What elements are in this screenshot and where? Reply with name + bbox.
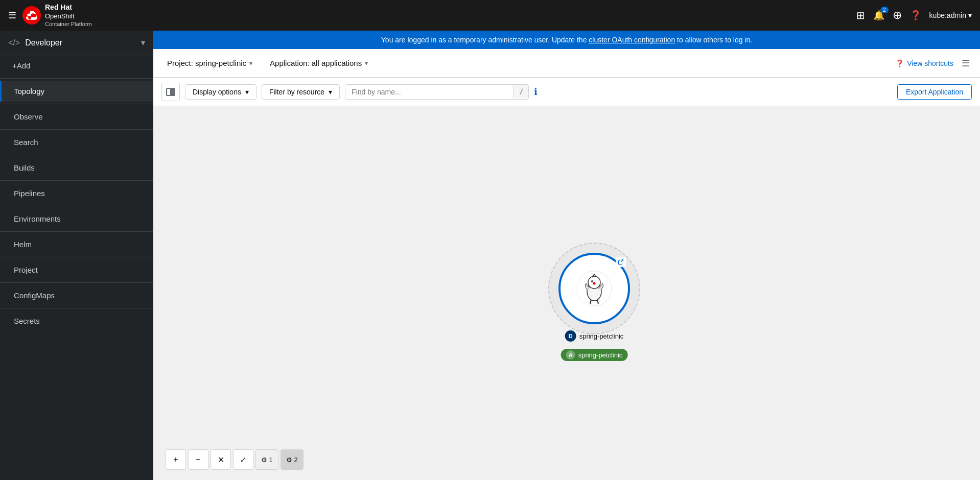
external-link-icon[interactable]: [616, 257, 626, 267]
topology-book-icon-button[interactable]: [161, 83, 180, 101]
app-group: D spring-petclinic A spring-petclinic: [548, 243, 640, 334]
topology-canvas[interactable]: D spring-petclinic A spring-petclinic +: [153, 106, 980, 480]
perspective-dropdown-arrow: ▾: [141, 38, 145, 47]
application-dropdown-arrow: ▾: [365, 60, 368, 67]
sidebar-divider-4: [0, 155, 153, 155]
deployment-badge: D: [565, 330, 576, 342]
sidebar-divider-2: [0, 104, 153, 104]
user-menu[interactable]: kube:admin ▾: [929, 11, 972, 19]
sidebar-item-secrets[interactable]: Secrets: [0, 310, 153, 331]
fit-icon: ⤢: [240, 455, 246, 464]
sidebar-item-pipelines[interactable]: Pipelines: [0, 183, 153, 204]
grid-icon[interactable]: ⊞: [856, 9, 865, 21]
display-options-label: Display options: [193, 88, 241, 96]
zoom-out-button[interactable]: −: [188, 449, 208, 470]
node-outer-ring: [558, 253, 630, 324]
sidebar-item-helm[interactable]: Helm: [0, 234, 153, 255]
application-selector[interactable]: Application: all applications ▾: [264, 55, 374, 71]
reset-button[interactable]: ✕: [211, 449, 231, 470]
help-icon[interactable]: ❓: [910, 10, 921, 21]
main-toolbar: Project: spring-petclinic ▾ Application:…: [153, 49, 980, 78]
svg-point-4: [592, 281, 593, 281]
sidebar-divider-8: [0, 257, 153, 257]
sidebar-item-search[interactable]: Search: [0, 132, 153, 153]
zoom-in-button[interactable]: +: [166, 449, 186, 470]
export-button-label: Export Application: [906, 88, 963, 96]
question-circle-icon: ❓: [895, 59, 904, 67]
view-shortcuts-button[interactable]: ❓ View shortcuts: [895, 59, 953, 67]
layout-level-1-button[interactable]: ⚙ 1: [255, 449, 278, 470]
gear-2-icon: ⚙: [286, 456, 292, 464]
display-options-arrow: ▾: [245, 88, 249, 96]
svg-point-5: [593, 282, 596, 285]
fit-to-screen-button[interactable]: ⤢: [233, 449, 253, 470]
sidebar-divider-9: [0, 282, 153, 283]
hamburger-menu-icon[interactable]: ☰: [8, 10, 16, 21]
sidebar-item-configmaps[interactable]: ConfigMaps: [0, 285, 153, 306]
add-icon[interactable]: ⊕: [893, 9, 902, 22]
perspective-selector[interactable]: </> Developer ▾: [0, 31, 153, 55]
sidebar-item-add[interactable]: +Add: [0, 55, 153, 76]
sidebar-divider-1: [0, 78, 153, 79]
display-options-button[interactable]: Display options ▾: [185, 84, 256, 100]
filter-by-resource-button[interactable]: Filter by resource ▾: [262, 84, 340, 100]
top-navigation: ☰ Red Hat OpenShift Container Platform ⊞…: [0, 0, 980, 31]
zoom-out-icon: −: [196, 455, 200, 464]
sidebar-divider-6: [0, 206, 153, 206]
sidebar-divider-5: [0, 180, 153, 181]
list-view-button[interactable]: ☰: [960, 56, 972, 71]
perspective-code-icon: </>: [8, 38, 20, 47]
redhat-logo: Red Hat OpenShift Container Platform: [22, 3, 92, 28]
deployment-node[interactable]: D spring-petclinic A spring-petclinic: [558, 253, 630, 324]
app-name: spring-petclinic: [578, 351, 623, 359]
app-group-label: A spring-petclinic: [561, 349, 628, 361]
project-label: Project: spring-petclinic: [167, 59, 246, 67]
view-shortcuts-label: View shortcuts: [907, 59, 953, 67]
search-input[interactable]: [345, 85, 514, 99]
reset-icon: ✕: [218, 455, 224, 465]
sidebar-divider-3: [0, 129, 153, 130]
banner-message: You are logged in as a temporary adminis…: [381, 36, 589, 44]
banner-message-end: to allow others to log in.: [677, 36, 752, 44]
perspective-label: Developer: [25, 38, 136, 47]
notification-bell-icon[interactable]: 🔔 2: [873, 10, 884, 21]
node-name: spring-petclinic: [579, 332, 624, 340]
project-dropdown-arrow: ▾: [249, 60, 252, 67]
sidebar-item-topology[interactable]: Topology: [0, 81, 153, 102]
node-label: D spring-petclinic: [565, 330, 624, 342]
notification-badge: 2: [880, 7, 889, 13]
search-box: /: [345, 84, 529, 100]
export-application-button[interactable]: Export Application: [897, 84, 972, 100]
redhat-hat-icon: [22, 6, 41, 25]
sidebar-item-project[interactable]: Project: [0, 259, 153, 280]
sidebar: </> Developer ▾ +Add Topology Observe Se…: [0, 31, 153, 480]
zoom-controls: + − ✕ ⤢ ⚙ 1 ⚙ 2: [166, 449, 304, 470]
sidebar-item-builds[interactable]: Builds: [0, 157, 153, 178]
redhat-brand-text: Red Hat OpenShift Container Platform: [45, 3, 92, 28]
content-area: You are logged in as a temporary adminis…: [153, 31, 980, 480]
gear-1-icon: ⚙: [261, 456, 267, 464]
info-banner: You are logged in as a temporary adminis…: [153, 31, 980, 49]
application-label: Application: all applications: [270, 59, 362, 67]
app-logo: [574, 268, 615, 309]
zoom-in-icon: +: [173, 455, 178, 464]
sidebar-divider-10: [0, 308, 153, 308]
sidebar-navigation: +Add Topology Observe Search Builds Pipe…: [0, 55, 153, 480]
filter-dropdown-arrow: ▾: [329, 88, 332, 96]
sidebar-item-environments[interactable]: Environments: [0, 208, 153, 229]
secondary-toolbar: Display options ▾ Filter by resource ▾ /…: [153, 78, 980, 106]
layout-level-2-button[interactable]: ⚙ 2: [281, 449, 304, 470]
project-selector[interactable]: Project: spring-petclinic ▾: [161, 55, 258, 71]
user-dropdown-arrow: ▾: [968, 11, 972, 19]
username: kube:admin: [929, 11, 966, 19]
filter-by-resource-label: Filter by resource: [269, 88, 324, 96]
sidebar-divider-7: [0, 231, 153, 232]
node-inner: [569, 263, 620, 314]
oauth-config-link[interactable]: cluster OAuth configuration: [589, 36, 675, 44]
app-badge: A: [566, 350, 575, 359]
info-icon[interactable]: ℹ: [534, 86, 538, 98]
topology-node-container: D spring-petclinic A spring-petclinic: [548, 243, 640, 334]
search-slash-shortcut: /: [514, 85, 528, 99]
sidebar-item-observe[interactable]: Observe: [0, 106, 153, 127]
